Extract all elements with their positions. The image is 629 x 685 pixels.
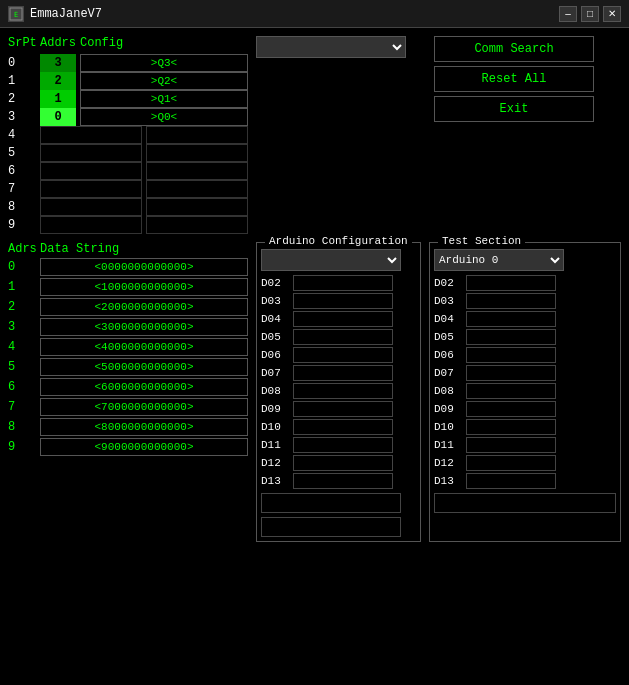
test-pin-input[interactable]	[466, 293, 556, 309]
data-string-input[interactable]	[40, 438, 248, 456]
data-string-input[interactable]	[40, 318, 248, 336]
close-button[interactable]: ✕	[603, 6, 621, 22]
test-pin-input[interactable]	[466, 437, 556, 453]
arduino-pin-label: D06	[261, 349, 289, 361]
serial-row: 4	[8, 126, 248, 144]
arduino-pin-label: D02	[261, 277, 289, 289]
main-dropdown-row	[256, 36, 426, 58]
arduino-pin-input[interactable]	[293, 383, 393, 399]
serial-header-row: SrPt Addrs Config	[8, 36, 248, 50]
test-pin-label: D12	[434, 457, 462, 469]
arduino-bottom-box-2	[261, 517, 401, 537]
data-item-row: 4	[8, 338, 248, 356]
serial-rows-container: 0123456789	[8, 54, 248, 234]
arduino-pin-label: D07	[261, 367, 289, 379]
addr-empty	[40, 126, 142, 144]
config-input[interactable]	[80, 90, 248, 108]
serial-row-num: 1	[8, 74, 36, 88]
data-header-row: Adrs Data String	[8, 242, 248, 256]
test-pin-row: D08	[434, 383, 616, 399]
data-item-row: 9	[8, 438, 248, 456]
exit-button[interactable]: Exit	[434, 96, 594, 122]
test-pin-input[interactable]	[466, 329, 556, 345]
arduino-pin-input[interactable]	[293, 455, 393, 471]
test-pin-input[interactable]	[466, 347, 556, 363]
addr-input[interactable]	[40, 108, 76, 126]
serial-row-num: 5	[8, 146, 36, 160]
middle-panel	[256, 36, 426, 58]
arduino-pin-input[interactable]	[293, 365, 393, 381]
addr-input[interactable]	[40, 54, 76, 72]
right-panel: Comm Search Reset All Exit	[434, 36, 621, 122]
test-pin-label: D02	[434, 277, 462, 289]
test-section: Test Section Arduino 0 D02D03D04D05D06D0…	[429, 242, 621, 542]
data-string-input[interactable]	[40, 358, 248, 376]
data-item-num: 0	[8, 260, 36, 274]
data-string-input[interactable]	[40, 338, 248, 356]
data-item-num: 8	[8, 420, 36, 434]
arduino-pin-input[interactable]	[293, 329, 393, 345]
config-input[interactable]	[80, 72, 248, 90]
data-string-input[interactable]	[40, 258, 248, 276]
addr-empty	[40, 144, 142, 162]
config-empty	[146, 216, 248, 234]
arduino-pin-label: D04	[261, 313, 289, 325]
serial-row-num: 2	[8, 92, 36, 106]
data-item-row: 7	[8, 398, 248, 416]
arduino-pin-input[interactable]	[293, 347, 393, 363]
minimize-button[interactable]: –	[559, 6, 577, 22]
data-item-row: 5	[8, 358, 248, 376]
arduino-pin-input[interactable]	[293, 437, 393, 453]
data-section: Adrs Data String 0123456789	[8, 242, 248, 542]
data-string-input[interactable]	[40, 298, 248, 316]
test-pin-input[interactable]	[466, 473, 556, 489]
arduino-pin-input[interactable]	[293, 293, 393, 309]
config-empty	[146, 162, 248, 180]
arduino-config-dropdown[interactable]	[261, 249, 401, 271]
arduino-pin-label: D12	[261, 457, 289, 469]
reset-all-button[interactable]: Reset All	[434, 66, 594, 92]
test-pin-input[interactable]	[466, 365, 556, 381]
data-string-input[interactable]	[40, 378, 248, 396]
test-pin-input[interactable]	[466, 419, 556, 435]
test-pin-label: D13	[434, 475, 462, 487]
serial-row: 7	[8, 180, 248, 198]
test-pin-input[interactable]	[466, 383, 556, 399]
addr-input[interactable]	[40, 90, 76, 108]
arduino-pin-input[interactable]	[293, 311, 393, 327]
maximize-button[interactable]: □	[581, 6, 599, 22]
arduino-config-section: Arduino Configuration D02D03D04D05D06D07…	[256, 242, 421, 542]
top-section: SrPt Addrs Config 0123456789 Comm Search…	[8, 36, 621, 234]
arduino-pin-row: D13	[261, 473, 416, 489]
addr-empty	[40, 216, 142, 234]
test-pin-label: D11	[434, 439, 462, 451]
arduino-pin-input[interactable]	[293, 419, 393, 435]
test-pin-input[interactable]	[466, 455, 556, 471]
arduino-pin-input[interactable]	[293, 401, 393, 417]
app-icon: E	[8, 6, 24, 22]
comm-search-button[interactable]: Comm Search	[434, 36, 594, 62]
serial-row: 8	[8, 198, 248, 216]
config-input[interactable]	[80, 54, 248, 72]
arduino-pin-row: D04	[261, 311, 416, 327]
test-pin-row: D11	[434, 437, 616, 453]
addr-input[interactable]	[40, 72, 76, 90]
left-panel: SrPt Addrs Config 0123456789	[8, 36, 248, 234]
arduino-pin-label: D08	[261, 385, 289, 397]
test-pin-row: D13	[434, 473, 616, 489]
arduino-pin-label: D11	[261, 439, 289, 451]
data-string-input[interactable]	[40, 418, 248, 436]
config-input[interactable]	[80, 108, 248, 126]
data-string-input[interactable]	[40, 278, 248, 296]
main-dropdown[interactable]	[256, 36, 406, 58]
test-pin-input[interactable]	[466, 275, 556, 291]
test-pin-input[interactable]	[466, 401, 556, 417]
arduino-pin-row: D11	[261, 437, 416, 453]
test-bottom-boxes	[434, 493, 616, 513]
arduino-pin-input[interactable]	[293, 473, 393, 489]
test-dropdown[interactable]: Arduino 0	[434, 249, 564, 271]
test-pin-input[interactable]	[466, 311, 556, 327]
data-string-input[interactable]	[40, 398, 248, 416]
arduino-pin-input[interactable]	[293, 275, 393, 291]
test-pin-label: D04	[434, 313, 462, 325]
